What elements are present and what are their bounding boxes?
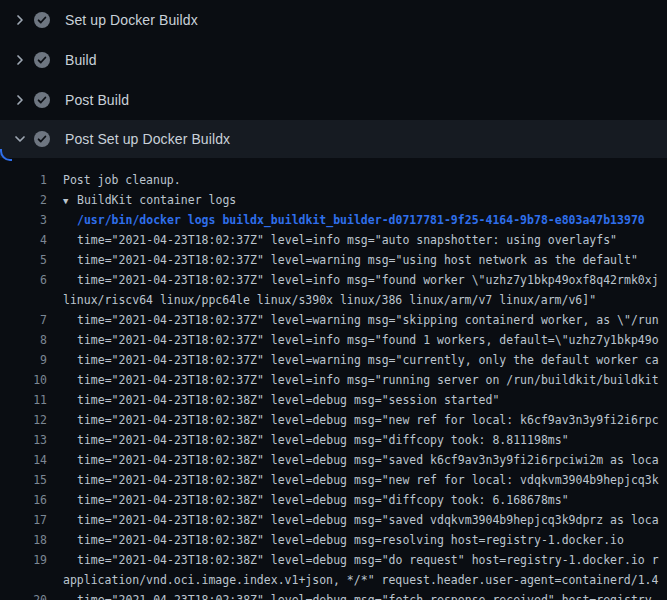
command-text: /usr/bin/docker logs buildx_buildkit_bui…	[47, 210, 645, 230]
line-number-link[interactable]: 6	[0, 270, 47, 290]
actions-log-viewer: Set up Docker BuildxBuildPost BuildPost …	[0, 0, 667, 600]
line-number-link[interactable]: 16	[0, 490, 47, 510]
log-text: time="2021-04-23T18:02:38Z" level=debug …	[47, 530, 624, 550]
line-number-link	[0, 570, 47, 590]
line-number-link	[0, 290, 47, 310]
line-number-link[interactable]: 13	[0, 430, 47, 450]
check-circle-icon	[34, 52, 50, 68]
log-text: time="2021-04-23T18:02:38Z" level=debug …	[47, 510, 659, 530]
log-line: 13time="2021-04-23T18:02:38Z" level=debu…	[0, 430, 667, 450]
chevron-right-icon	[12, 12, 28, 28]
log-line: 4time="2021-04-23T18:02:37Z" level=info …	[0, 230, 667, 250]
log-text: time="2021-04-23T18:02:37Z" level=warnin…	[47, 350, 659, 370]
line-number-link[interactable]: 19	[0, 550, 47, 570]
log-text: Post job cleanup.	[47, 170, 181, 190]
line-number-link[interactable]: 9	[0, 350, 47, 370]
log-line: 5time="2021-04-23T18:02:37Z" level=warni…	[0, 250, 667, 270]
line-number-link[interactable]: 11	[0, 390, 47, 410]
chevron-down-icon	[12, 131, 28, 147]
step-header[interactable]: Set up Docker Buildx	[0, 0, 667, 40]
line-number-link[interactable]: 8	[0, 330, 47, 350]
line-number-link[interactable]: 12	[0, 410, 47, 430]
log-line: application/vnd.oci.image.index.v1+json,…	[0, 570, 667, 590]
log-area: 1Post job cleanup.2▼BuildKit container l…	[0, 158, 667, 600]
log-line: 17time="2021-04-23T18:02:38Z" level=debu…	[0, 510, 667, 530]
log-text: time="2021-04-23T18:02:38Z" level=debug …	[47, 390, 499, 410]
line-number-link[interactable]: 3	[0, 210, 47, 230]
log-line: 16time="2021-04-23T18:02:38Z" level=debu…	[0, 490, 667, 510]
line-number-link[interactable]: 7	[0, 310, 47, 330]
log-text: time="2021-04-23T18:02:38Z" level=debug …	[47, 550, 659, 570]
check-circle-icon	[34, 12, 50, 28]
log-text: time="2021-04-23T18:02:37Z" level=info m…	[47, 270, 659, 290]
step-title: Post Build	[65, 92, 129, 108]
log-text: application/vnd.oci.image.index.v1+json,…	[47, 570, 658, 590]
check-circle-icon	[34, 92, 50, 108]
log-group-toggle[interactable]: ▼BuildKit container logs	[47, 190, 236, 210]
log-line: 12time="2021-04-23T18:02:38Z" level=debu…	[0, 410, 667, 430]
log-text: time="2021-04-23T18:02:37Z" level=warnin…	[47, 250, 638, 270]
group-expanded-triangle-icon: ▼	[63, 191, 77, 211]
step-header[interactable]: Build	[0, 40, 667, 80]
line-number-link[interactable]: 10	[0, 370, 47, 390]
line-number-link[interactable]: 2	[0, 190, 47, 210]
log-text: time="2021-04-23T18:02:37Z" level=info m…	[47, 330, 659, 350]
log-text: time="2021-04-23T18:02:37Z" level=info m…	[47, 230, 617, 250]
line-number-link[interactable]: 4	[0, 230, 47, 250]
step-title: Post Set up Docker Buildx	[65, 131, 230, 147]
step-title: Build	[65, 52, 97, 68]
check-circle-icon	[34, 131, 50, 147]
log-text: time="2021-04-23T18:02:38Z" level=debug …	[47, 450, 659, 470]
step-header[interactable]: Post Build	[0, 80, 667, 120]
log-text: time="2021-04-23T18:02:37Z" level=info m…	[47, 370, 659, 390]
log-line: 19time="2021-04-23T18:02:38Z" level=debu…	[0, 550, 667, 570]
log-line: 14time="2021-04-23T18:02:38Z" level=debu…	[0, 450, 667, 470]
line-number-link[interactable]: 5	[0, 250, 47, 270]
step-header[interactable]: Post Set up Docker Buildx	[0, 120, 667, 158]
log-line: 18time="2021-04-23T18:02:38Z" level=debu…	[0, 530, 667, 550]
log-line: 1Post job cleanup.	[0, 170, 667, 190]
chevron-right-icon	[12, 92, 28, 108]
log-line: 6time="2021-04-23T18:02:37Z" level=info …	[0, 270, 667, 290]
line-number-link[interactable]: 1	[0, 170, 47, 190]
log-line: 3/usr/bin/docker logs buildx_buildkit_bu…	[0, 210, 667, 230]
log-text: linux/riscv64 linux/ppc64le linux/s390x …	[47, 290, 596, 310]
log-text: time="2021-04-23T18:02:37Z" level=warnin…	[47, 310, 659, 330]
log-text: time="2021-04-23T18:02:38Z" level=debug …	[47, 490, 569, 510]
line-number-link[interactable]: 15	[0, 470, 47, 490]
log-line: linux/riscv64 linux/ppc64le linux/s390x …	[0, 290, 667, 310]
log-line: 9time="2021-04-23T18:02:37Z" level=warni…	[0, 350, 667, 370]
log-text: time="2021-04-23T18:02:38Z" level=debug …	[47, 590, 659, 600]
log-line: 8time="2021-04-23T18:02:37Z" level=info …	[0, 330, 667, 350]
line-number-link[interactable]: 14	[0, 450, 47, 470]
step-title: Set up Docker Buildx	[65, 12, 198, 28]
chevron-right-icon	[12, 52, 28, 68]
log-line: 11time="2021-04-23T18:02:38Z" level=debu…	[0, 390, 667, 410]
log-line: 2▼BuildKit container logs	[0, 190, 667, 210]
log-line: 20time="2021-04-23T18:02:38Z" level=debu…	[0, 590, 667, 600]
steps-list: Set up Docker BuildxBuildPost BuildPost …	[0, 0, 667, 158]
group-title: BuildKit container logs	[77, 193, 236, 207]
log-line: 15time="2021-04-23T18:02:38Z" level=debu…	[0, 470, 667, 490]
log-line: 10time="2021-04-23T18:02:37Z" level=info…	[0, 370, 667, 390]
line-number-link[interactable]: 20	[0, 590, 47, 600]
log-text: time="2021-04-23T18:02:38Z" level=debug …	[47, 470, 659, 490]
line-number-link[interactable]: 17	[0, 510, 47, 530]
log-text: time="2021-04-23T18:02:38Z" level=debug …	[47, 430, 569, 450]
log-text: time="2021-04-23T18:02:38Z" level=debug …	[47, 410, 659, 430]
line-number-link[interactable]: 18	[0, 530, 47, 550]
log-line: 7time="2021-04-23T18:02:37Z" level=warni…	[0, 310, 667, 330]
